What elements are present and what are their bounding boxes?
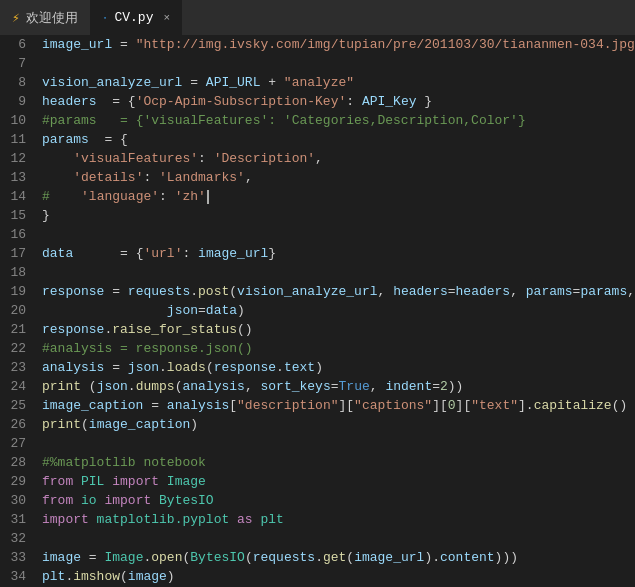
file-icon: ∙	[102, 12, 109, 24]
token: vision_analyze_url	[237, 284, 377, 299]
line-number: 34	[0, 567, 42, 586]
token: #analysis = response.json()	[42, 341, 253, 356]
token: {'visualFeatures': 'Categories,Descripti…	[136, 113, 526, 128]
token: json	[128, 360, 159, 375]
token: raise_for_status	[112, 322, 237, 337]
line-number: 23	[0, 358, 42, 377]
line-number: 12	[0, 149, 42, 168]
code-line: 6image_url = "http://img.ivsky.com/img/t…	[0, 35, 635, 54]
token: image_url	[42, 37, 112, 52]
token: response	[42, 322, 104, 337]
tab-welcome[interactable]: ⚡ 欢迎使用	[0, 0, 90, 35]
line-number: 22	[0, 339, 42, 358]
token: ()	[237, 322, 253, 337]
token: =	[73, 246, 135, 261]
token: :	[346, 94, 362, 109]
token: = {	[89, 132, 128, 147]
line-number: 25	[0, 396, 42, 415]
line-number: 11	[0, 130, 42, 149]
token: (	[81, 417, 89, 432]
token: BytesIO	[151, 493, 213, 508]
token: "http://img.ivsky.com/img/tupian/pre/201…	[136, 37, 635, 52]
token: matplotlib.pyplot	[89, 512, 237, 527]
tab-file[interactable]: ∙ CV.py ×	[90, 0, 182, 35]
token: print	[42, 379, 81, 394]
code-line: 30from io import BytesIO	[0, 491, 635, 510]
token: image_caption	[89, 417, 190, 432]
token	[42, 170, 73, 185]
token: =	[143, 398, 166, 413]
token: params	[526, 284, 573, 299]
token: (	[120, 569, 128, 584]
token: 'zh'	[175, 189, 206, 204]
token: =	[331, 379, 339, 394]
line-content: plt.imshow(image)	[42, 567, 635, 586]
token: True	[339, 379, 370, 394]
token: print	[42, 417, 81, 432]
token: (	[229, 284, 237, 299]
code-line: 19response = requests.post(vision_analyz…	[0, 282, 635, 301]
token: 'url'	[143, 246, 182, 261]
code-line: 7	[0, 54, 635, 73]
token: plt	[42, 569, 65, 584]
token: import	[104, 493, 151, 508]
code-line: 23analysis = json.loads(response.text)	[0, 358, 635, 377]
line-number: 19	[0, 282, 42, 301]
token: ]	[432, 398, 440, 413]
token: analysis	[167, 398, 229, 413]
line-number: 33	[0, 548, 42, 567]
token: =	[182, 75, 205, 90]
line-content: json=data)	[42, 301, 635, 320]
code-area: 6image_url = "http://img.ivsky.com/img/t…	[0, 35, 635, 587]
line-content: 'details': 'Landmarks',	[42, 168, 635, 187]
code-line: 32	[0, 529, 635, 548]
token: [	[440, 398, 448, 413]
token: image	[42, 550, 81, 565]
code-line: 8vision_analyze_url = API_URL + "analyze…	[0, 73, 635, 92]
token: =	[448, 284, 456, 299]
token: =	[97, 113, 136, 128]
token: json	[97, 379, 128, 394]
token: ,	[245, 379, 261, 394]
token: dumps	[136, 379, 175, 394]
line-number: 31	[0, 510, 42, 529]
token: ,	[315, 151, 323, 166]
token: {	[128, 94, 136, 109]
token: #%matplotlib notebook	[42, 455, 206, 470]
line-content: #%matplotlib notebook	[42, 453, 635, 472]
tab-file-label: CV.py	[114, 10, 153, 25]
token: :	[198, 151, 214, 166]
token: "description"	[237, 398, 338, 413]
token: text	[284, 360, 315, 375]
token: }	[268, 246, 276, 261]
token: "text"	[471, 398, 518, 413]
token: content	[440, 550, 495, 565]
token: import	[112, 474, 159, 489]
token: indent	[385, 379, 432, 394]
token: headers	[42, 94, 97, 109]
token	[42, 151, 73, 166]
token: analysis	[182, 379, 244, 394]
line-content: from PIL import Image	[42, 472, 635, 491]
tab-close-button[interactable]: ×	[163, 12, 170, 24]
token: )	[167, 569, 175, 584]
line-number: 27	[0, 434, 42, 453]
token: (	[245, 550, 253, 565]
token: 'details'	[73, 170, 143, 185]
token: loads	[167, 360, 206, 375]
token: )	[190, 417, 198, 432]
line-number: 16	[0, 225, 42, 244]
token: .	[128, 379, 136, 394]
code-line: 16	[0, 225, 635, 244]
line-content: # 'language': 'zh'	[42, 187, 635, 206]
line-content: image_caption = analysis["description"][…	[42, 396, 635, 415]
line-content: #params = {'visualFeatures': 'Categories…	[42, 111, 635, 130]
token: from	[42, 474, 73, 489]
token: "captions"	[354, 398, 432, 413]
token: :	[159, 189, 175, 204]
line-number: 10	[0, 111, 42, 130]
token: capitalize	[534, 398, 612, 413]
line-content: #analysis = response.json()	[42, 339, 635, 358]
code-line: 20 json=data)	[0, 301, 635, 320]
token: Image	[159, 474, 206, 489]
